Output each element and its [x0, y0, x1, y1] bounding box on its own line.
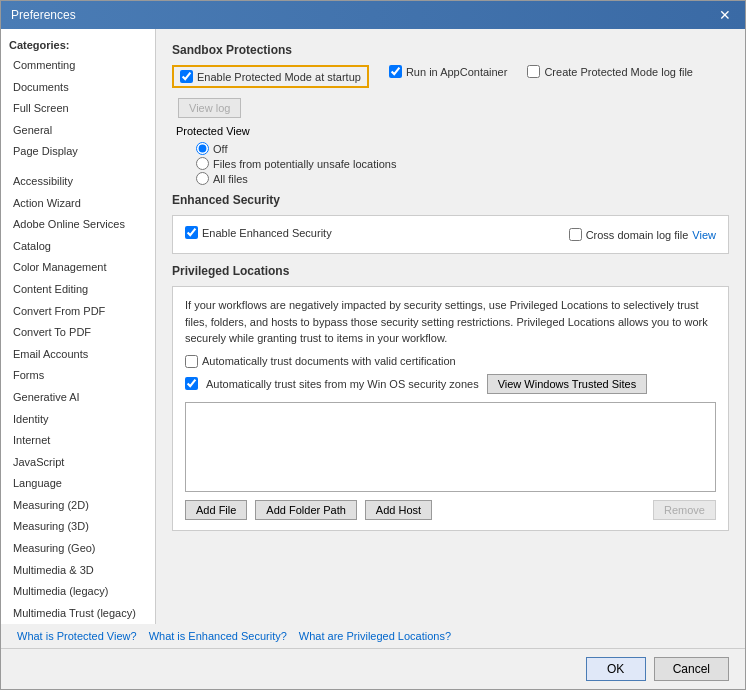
sidebar-item-accessibility[interactable]: Accessibility	[1, 171, 155, 193]
sidebar-item-action-wizard[interactable]: Action Wizard	[1, 193, 155, 215]
create-log-label: Create Protected Mode log file	[544, 66, 693, 78]
priv-locations-desc: If your workflows are negatively impacte…	[185, 297, 716, 347]
auto-trust-sites-checkbox[interactable]	[185, 377, 198, 390]
add-file-button[interactable]: Add File	[185, 500, 247, 520]
enhanced-security-section: Enable Enhanced Security Cross domain lo…	[172, 215, 729, 254]
create-log-row: Create Protected Mode log file	[527, 65, 693, 78]
pv-all-label: All files	[213, 173, 248, 185]
sandbox-controls-row: Enable Protected Mode at startup Run in …	[172, 65, 729, 118]
main-content: Sandbox Protections Enable Protected Mod…	[156, 29, 745, 624]
sidebar-item-generative-ai[interactable]: Generative AI	[1, 387, 155, 409]
sidebar-item-measuring-geo[interactable]: Measuring (Geo)	[1, 538, 155, 560]
title-bar: Preferences ✕	[1, 1, 745, 29]
auto-trust-sites-row: Automatically trust sites from my Win OS…	[185, 374, 716, 394]
sidebar-item-language[interactable]: Language	[1, 473, 155, 495]
remove-button: Remove	[653, 500, 716, 520]
view-log-button: View log	[178, 98, 241, 118]
cancel-button[interactable]: Cancel	[654, 657, 729, 681]
sidebar-item-catalog[interactable]: Catalog	[1, 236, 155, 258]
sidebar-item-internet[interactable]: Internet	[1, 430, 155, 452]
auto-trust-cert-checkbox[interactable]	[185, 355, 198, 368]
sidebar-item-page-display[interactable]: Page Display	[1, 141, 155, 163]
run-appcontainer-label: Run in AppContainer	[406, 66, 508, 78]
pv-unsafe-radio[interactable]	[196, 157, 209, 170]
cross-domain-row: Cross domain log file View	[569, 228, 716, 241]
sandbox-section: Enable Protected Mode at startup Run in …	[172, 65, 729, 185]
categories-label: Categories:	[1, 35, 155, 55]
create-log-checkbox[interactable]	[527, 65, 540, 78]
run-appcontainer-row: Run in AppContainer	[389, 65, 508, 78]
pv-all-radio[interactable]	[196, 172, 209, 185]
protected-view-options: Off Files from potentially unsafe locati…	[196, 142, 729, 185]
dialog-footer: OK Cancel	[1, 648, 745, 689]
sandbox-section-title: Sandbox Protections	[172, 43, 729, 57]
pv-all-row: All files	[196, 172, 729, 185]
sidebar-item-adobe-online[interactable]: Adobe Online Services	[1, 214, 155, 236]
run-appcontainer-checkbox[interactable]	[389, 65, 402, 78]
sidebar: Categories: Commenting Documents Full Sc…	[1, 29, 156, 624]
sidebar-item-javascript[interactable]: JavaScript	[1, 452, 155, 474]
sidebar-item-identity[interactable]: Identity	[1, 409, 155, 431]
pv-off-label: Off	[213, 143, 227, 155]
footer-links: What is Protected View? What is Enhanced…	[1, 624, 745, 648]
dialog-content: Categories: Commenting Documents Full Sc…	[1, 29, 745, 624]
sidebar-item-color-management[interactable]: Color Management	[1, 257, 155, 279]
preferences-dialog: Preferences ✕ Categories: Commenting Doc…	[0, 0, 746, 690]
sidebar-item-content-editing[interactable]: Content Editing	[1, 279, 155, 301]
auto-trust-sites-label: Automatically trust sites from my Win OS…	[206, 378, 479, 390]
sidebar-item-multimedia-trust[interactable]: Multimedia Trust (legacy)	[1, 603, 155, 624]
pv-unsafe-row: Files from potentially unsafe locations	[196, 157, 729, 170]
sidebar-item-email-accounts[interactable]: Email Accounts	[1, 344, 155, 366]
add-folder-button[interactable]: Add Folder Path	[255, 500, 357, 520]
ok-button[interactable]: OK	[586, 657, 646, 681]
sidebar-divider	[1, 163, 155, 171]
sidebar-item-measuring-3d[interactable]: Measuring (3D)	[1, 516, 155, 538]
enhanced-security-row: Enable Enhanced Security Cross domain lo…	[185, 226, 716, 243]
view-trusted-sites-button[interactable]: View Windows Trusted Sites	[487, 374, 648, 394]
sidebar-item-convert-to-pdf[interactable]: Convert To PDF	[1, 322, 155, 344]
auto-trust-cert-row: Automatically trust documents with valid…	[185, 355, 716, 368]
pv-unsafe-label: Files from potentially unsafe locations	[213, 158, 396, 170]
sidebar-item-forms[interactable]: Forms	[1, 365, 155, 387]
sidebar-item-documents[interactable]: Documents	[1, 77, 155, 99]
enable-enhanced-row: Enable Enhanced Security	[185, 226, 332, 239]
enable-enhanced-label: Enable Enhanced Security	[202, 227, 332, 239]
protected-view-label: Protected View	[176, 125, 250, 137]
sidebar-item-measuring-2d[interactable]: Measuring (2D)	[1, 495, 155, 517]
sidebar-item-multimedia-3d[interactable]: Multimedia & 3D	[1, 560, 155, 582]
priv-locations-list	[185, 402, 716, 492]
enhanced-security-link[interactable]: What is Enhanced Security?	[149, 630, 287, 642]
enhanced-section-title: Enhanced Security	[172, 193, 729, 207]
protected-view-link[interactable]: What is Protected View?	[17, 630, 137, 642]
sidebar-item-convert-from-pdf[interactable]: Convert From PDF	[1, 301, 155, 323]
cross-domain-label: Cross domain log file	[586, 229, 689, 241]
cross-domain-view-link[interactable]: View	[692, 229, 716, 241]
dialog-title: Preferences	[11, 8, 76, 22]
sidebar-item-commenting[interactable]: Commenting	[1, 55, 155, 77]
priv-locations-section: If your workflows are negatively impacte…	[172, 286, 729, 531]
pv-off-row: Off	[196, 142, 729, 155]
enable-protected-mode-container: Enable Protected Mode at startup	[172, 65, 369, 88]
sidebar-item-multimedia-legacy[interactable]: Multimedia (legacy)	[1, 581, 155, 603]
priv-locations-link[interactable]: What are Privileged Locations?	[299, 630, 451, 642]
pv-off-radio[interactable]	[196, 142, 209, 155]
cross-domain-checkbox[interactable]	[569, 228, 582, 241]
enable-protected-mode-label: Enable Protected Mode at startup	[197, 71, 361, 83]
auto-trust-cert-label: Automatically trust documents with valid…	[202, 355, 456, 367]
enable-enhanced-checkbox[interactable]	[185, 226, 198, 239]
priv-locations-buttons: Add File Add Folder Path Add Host Remove	[185, 500, 716, 520]
enable-protected-mode-checkbox[interactable]	[180, 70, 193, 83]
add-host-button[interactable]: Add Host	[365, 500, 432, 520]
sidebar-item-fullscreen[interactable]: Full Screen	[1, 98, 155, 120]
close-button[interactable]: ✕	[715, 7, 735, 23]
sidebar-item-general[interactable]: General	[1, 120, 155, 142]
protected-view-section: Protected View Off Files from potentiall…	[176, 124, 729, 185]
priv-locations-title: Privileged Locations	[172, 264, 729, 278]
